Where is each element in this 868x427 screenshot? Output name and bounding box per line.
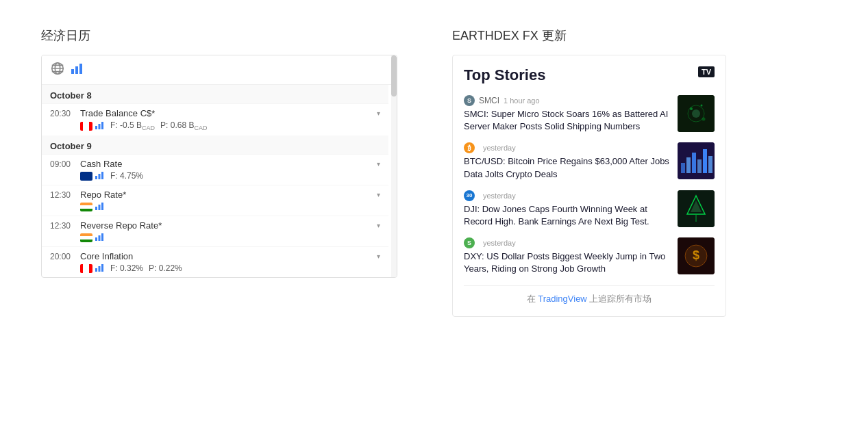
news-header: Top Stories TV: [464, 66, 715, 84]
svg-rect-6: [75, 66, 78, 74]
news-source-row-smci: S SMCI 1 hour ago: [464, 95, 671, 106]
right-section: EARTHDEX FX 更新 Top Stories TV S SMCI 1 h…: [452, 27, 726, 317]
news-headline-dxy: DXY: US Dollar Posts Biggest Weekly Jump…: [464, 250, 671, 275]
bar-chart-icon[interactable]: [71, 62, 83, 77]
svg-rect-19: [101, 233, 103, 241]
left-title: 经济日历: [41, 27, 397, 44]
tradingview-footer[interactable]: 在 TradingView 上追踪所有市场: [464, 285, 715, 305]
news-source-row-dxy: S yesterday: [464, 237, 671, 248]
mini-chart-icon: [95, 121, 105, 131]
svg-rect-33: [697, 159, 702, 173]
calendar-body: October 8 20:30 Trade Balance C$* ▾: [42, 85, 397, 277]
chevron-down-icon-5[interactable]: ▾: [377, 253, 380, 260]
source-badge-dji: 30: [464, 190, 475, 201]
svg-rect-18: [99, 235, 101, 241]
event-time-cashrate: 09:00: [50, 159, 75, 169]
mini-chart-icon-5: [95, 263, 105, 273]
tradingview-link-anchor[interactable]: TradingView: [538, 294, 587, 304]
left-section: 经济日历: [41, 27, 397, 278]
svg-point-25: [692, 109, 700, 118]
event-name-cashrate: Cash Rate: [80, 159, 370, 169]
source-badge-dxy: S: [464, 237, 475, 248]
news-headline-btc: BTC/USD: Bitcoin Price Regains $63,000 A…: [464, 155, 671, 180]
news-content-dji: 30 yesterday DJI: Dow Jones Caps Fourth …: [464, 190, 671, 228]
svg-rect-21: [99, 266, 101, 272]
svg-rect-14: [95, 207, 97, 210]
news-item-btc[interactable]: ₿ yesterday BTC/USD: Bitcoin Price Regai…: [464, 142, 715, 180]
mini-chart-icon-2: [95, 171, 105, 181]
news-time-dxy: yesterday: [483, 239, 516, 247]
svg-rect-5: [71, 69, 74, 74]
globe-icon[interactable]: [50, 61, 65, 79]
svg-rect-12: [99, 174, 101, 179]
svg-text:$: $: [693, 248, 699, 262]
footer-text-before: 在: [527, 294, 538, 304]
event-time-inflation: 20:00: [50, 252, 75, 261]
right-title: EARTHDEX FX 更新: [452, 27, 726, 44]
flag-india: [80, 203, 92, 211]
news-content-smci: S SMCI 1 hour ago SMCI: Super Micro Stoc…: [464, 95, 671, 133]
chevron-down-icon-3[interactable]: ▾: [377, 191, 380, 198]
svg-rect-13: [101, 172, 103, 179]
calendar-widget: October 8 20:30 Trade Balance C$* ▾: [41, 55, 397, 278]
svg-rect-22: [101, 264, 103, 272]
flag-india-2: [80, 233, 92, 242]
news-source-row-dji: 30 yesterday: [464, 190, 671, 201]
event-name: Trade Balance C$*: [80, 108, 370, 118]
footer-text-after: 上追踪所有市场: [587, 294, 652, 304]
event-name-repo: Repo Rate*: [80, 190, 370, 200]
svg-point-27: [701, 105, 703, 107]
news-item-smci[interactable]: S SMCI 1 hour ago SMCI: Super Micro Stoc…: [464, 95, 715, 133]
mini-chart-icon-4: [95, 233, 105, 242]
flag-row-ca: [80, 121, 105, 131]
chevron-down-icon-4[interactable]: ▾: [377, 222, 380, 229]
news-headline-dji: DJI: Dow Jones Caps Fourth Winning Week …: [464, 203, 671, 228]
svg-rect-16: [101, 203, 103, 210]
date-header-oct8: October 8: [42, 85, 388, 103]
news-item-dxy[interactable]: S yesterday DXY: US Dollar Posts Biggest…: [464, 237, 715, 275]
event-reverse-repo-rate: 12:30 Reverse Repo Rate* ▾: [42, 216, 388, 246]
event-repo-rate: 12:30 Repo Rate* ▾: [42, 185, 388, 216]
svg-rect-20: [95, 268, 97, 272]
calendar-header: [42, 55, 397, 85]
source-badge-btc: ₿: [464, 142, 475, 153]
forecast-inflation-f: F: 0.32%: [110, 263, 143, 273]
flag-canada: [80, 122, 92, 131]
source-badge-smci: S: [464, 95, 475, 106]
event-core-inflation: 20:00 Core Inflation ▾: [42, 246, 388, 277]
news-content-dxy: S yesterday DXY: US Dollar Posts Biggest…: [464, 237, 671, 275]
news-time-smci: 1 hour ago: [504, 96, 540, 105]
forecast-f: F: -0.5 BCAD: [110, 120, 155, 131]
news-item-dji[interactable]: 30 yesterday DJI: Dow Jones Caps Fourth …: [464, 190, 715, 228]
tv-logo: TV: [698, 66, 715, 77]
news-time-dji: yesterday: [483, 192, 516, 200]
scrollbar-track[interactable]: [391, 55, 397, 277]
mini-chart-icon-3: [95, 202, 105, 211]
chevron-down-icon[interactable]: ▾: [377, 109, 380, 117]
svg-rect-32: [692, 153, 696, 173]
svg-rect-10: [101, 122, 103, 129]
svg-rect-9: [99, 124, 101, 129]
date-header-oct9: October 9: [42, 135, 388, 154]
news-thumbnail-btc: [678, 142, 715, 179]
svg-rect-15: [99, 205, 101, 210]
event-cash-rate: 09:00 Cash Rate ▾: [42, 154, 388, 185]
forecast-cashrate: F: 4.75%: [110, 171, 143, 181]
event-trade-balance: 20:30 Trade Balance C$* ▾: [42, 103, 388, 135]
svg-rect-31: [686, 157, 691, 173]
top-stories-heading: Top Stories: [464, 66, 545, 84]
event-time-rrepo: 12:30: [50, 221, 75, 231]
event-name-rrepo: Reverse Repo Rate*: [80, 220, 370, 231]
flag-row-in: [80, 202, 105, 211]
svg-rect-30: [681, 163, 685, 173]
news-thumbnail-smci: [678, 95, 715, 132]
flag-row-in2: [80, 233, 105, 242]
event-time-repo: 12:30: [50, 190, 75, 200]
event-time: 20:30: [50, 109, 75, 118]
news-thumbnail-dji: [678, 190, 715, 227]
flag-row-ca2: [80, 263, 105, 273]
scrollbar-thumb[interactable]: [391, 55, 397, 96]
forecast-p: P: 0.68 BCAD: [160, 120, 207, 131]
news-content-btc: ₿ yesterday BTC/USD: Bitcoin Price Regai…: [464, 142, 671, 180]
chevron-down-icon-2[interactable]: ▾: [377, 160, 380, 168]
